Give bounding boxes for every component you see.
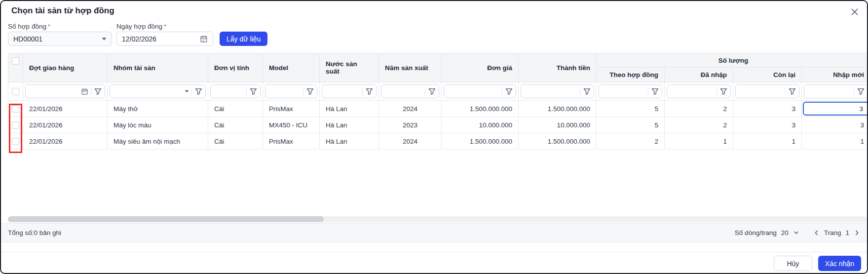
cell-nuoc-san-xuat: Hà Lan: [320, 117, 379, 133]
required-asterisk: *: [48, 23, 50, 30]
filter-input-don-vi-tinh[interactable]: [210, 84, 261, 98]
filter-input-nam-san-xuat[interactable]: [381, 84, 439, 98]
filter-cell-dot-giao-hang: [23, 82, 108, 100]
funnel-icon[interactable]: [362, 88, 373, 95]
filter-input-nuoc-san-xuat[interactable]: [322, 84, 377, 98]
cell-dot-giao-hang: 22/01/2026: [23, 101, 108, 117]
funnel-icon[interactable]: [717, 88, 727, 95]
cell-model: MX450 - ICU: [263, 117, 320, 133]
page-label: Trang: [824, 229, 841, 236]
calendar-icon[interactable]: [81, 88, 88, 95]
filter-cell-thanh-tien: [519, 82, 597, 100]
horizontal-scrollbar[interactable]: [8, 216, 867, 222]
col-header-nuoc-san-xuat: Nước sản suất: [320, 53, 379, 82]
col-header-don-vi-tinh: Đơn vị tính: [208, 53, 263, 82]
filter-row-checkbox[interactable]: [12, 88, 19, 95]
col-header-nam-san-xuat: Năm sản xuất: [379, 53, 442, 82]
funnel-icon[interactable]: [425, 88, 436, 95]
cell-da-nhap: 1: [665, 133, 733, 149]
cell-nam-san-xuat: 2024: [379, 101, 442, 117]
table-row: 22/01/2026Máy siêu âm nội mạchCáiPrisMax…: [8, 133, 867, 150]
filter-input-nhom-tai-san[interactable]: [110, 84, 206, 98]
cell-nhom-tai-san: Máy siêu âm nội mạch: [108, 133, 208, 149]
contract-date-label: Ngày hợp đồng*: [116, 23, 166, 30]
funnel-icon[interactable]: [191, 88, 202, 95]
caret-down-icon[interactable]: [185, 90, 189, 93]
filter-cell-nuoc-san-xuat: [320, 82, 379, 100]
funnel-icon[interactable]: [502, 88, 513, 95]
row-checkbox[interactable]: [12, 121, 19, 129]
chevron-right-icon[interactable]: [854, 230, 860, 236]
cell-nhom-tai-san: Máy lóc máu: [108, 117, 208, 133]
funnel-icon[interactable]: [854, 88, 865, 95]
row-checkbox-cell: [8, 117, 23, 133]
contract-number-select[interactable]: HD00001: [8, 32, 112, 46]
chevron-left-icon[interactable]: [813, 230, 820, 236]
cell-thanh-tien: 1.500.000.000: [519, 101, 597, 117]
fetch-data-button[interactable]: Lấy dữ liệu: [220, 32, 267, 46]
contract-date-input[interactable]: 12/02/2026: [116, 32, 213, 46]
calendar-icon: [200, 35, 208, 43]
filter-input-theo-hop-dong[interactable]: [599, 84, 662, 98]
select-assets-dialog: Chọn tài sản từ hợp đồng Số hợp đồng* HD…: [0, 0, 868, 274]
cell-don-gia: 10.000.000: [442, 117, 519, 133]
filter-input-dot-giao-hang[interactable]: [25, 84, 105, 98]
filter-checkbox-cell: [8, 82, 23, 100]
filter-input-nhap-moi[interactable]: [804, 84, 867, 98]
funnel-icon[interactable]: [91, 88, 102, 95]
filter-input-don-gia[interactable]: [444, 84, 516, 98]
cell-nhap-moi: 1: [802, 133, 867, 149]
col-header-thanh-tien: Thành tiền: [519, 53, 597, 82]
cancel-button[interactable]: Hủy: [774, 256, 812, 271]
nhap-moi-cell-input[interactable]: 3: [803, 102, 867, 116]
filter-input-thanh-tien[interactable]: [521, 84, 594, 98]
filter-cell-nhom-tai-san: [108, 82, 208, 100]
col-header-theo-hop-dong: Theo hợp đồng: [597, 68, 665, 82]
filter-input-da-nhap[interactable]: [667, 84, 731, 98]
row-checkbox[interactable]: [12, 105, 19, 113]
col-header-da-nhap: Đã nhập: [665, 68, 733, 82]
cell-con-lai: 1: [733, 133, 802, 149]
cell-con-lai: 3: [733, 101, 802, 117]
assets-table: Đợt giao hàngNhóm tài sảnĐơn vị tínhMode…: [8, 53, 867, 150]
page-number: 1: [845, 229, 849, 236]
confirm-button[interactable]: Xác nhận: [818, 256, 861, 271]
cell-dot-giao-hang: 22/01/2026: [23, 133, 108, 149]
filter-input-model[interactable]: [265, 84, 317, 98]
col-header-dot-giao-hang: Đợt giao hàng: [23, 53, 108, 82]
cell-nhom-tai-san: Máy thở: [108, 101, 208, 117]
funnel-icon[interactable]: [785, 88, 796, 95]
cell-nam-san-xuat: 2024: [379, 133, 442, 149]
select-all-cell: [8, 53, 23, 82]
chevron-down-icon[interactable]: [793, 230, 799, 236]
cell-don-gia: 1.500.000.000: [442, 101, 519, 117]
filter-input-con-lai[interactable]: [735, 84, 799, 98]
select-all-checkbox[interactable]: [12, 57, 19, 65]
scrollbar-thumb[interactable]: [8, 216, 324, 222]
funnel-icon[interactable]: [648, 88, 659, 95]
cell-con-lai: 3: [733, 117, 802, 133]
cell-nuoc-san-xuat: Hà Lan: [320, 133, 379, 149]
cell-dot-giao-hang: 22/01/2026: [23, 117, 108, 133]
filter-cell-nam-san-xuat: [379, 82, 442, 100]
cell-nuoc-san-xuat: Hà Lan: [320, 101, 379, 117]
page-size-value[interactable]: 20: [781, 229, 789, 236]
cell-model: PrisMax: [263, 133, 320, 149]
page-size-label: Số dòng/trang: [735, 229, 777, 236]
row-checkbox-cell: [8, 101, 23, 117]
contract-number-label: Số hợp đồng*: [8, 23, 50, 30]
row-checkbox-cell: [8, 133, 23, 149]
close-icon: [851, 8, 859, 16]
cell-don-vi-tinh: Cái: [208, 117, 263, 133]
funnel-icon[interactable]: [303, 88, 314, 95]
cell-nhap-moi: 3: [802, 101, 867, 117]
cell-don-vi-tinh: Cái: [208, 133, 263, 149]
funnel-icon[interactable]: [246, 88, 257, 95]
cell-thanh-tien: 10.000.000: [519, 117, 597, 133]
close-button[interactable]: [850, 7, 859, 16]
table-row: 22/01/2026Máy thởCáiPrisMaxHà Lan20241.5…: [8, 101, 867, 117]
table-row: 22/01/2026Máy lóc máuCáiMX450 - ICUHà La…: [8, 117, 867, 133]
funnel-icon[interactable]: [580, 88, 591, 95]
contract-date-value: 12/02/2026: [122, 35, 156, 43]
row-checkbox[interactable]: [12, 138, 19, 145]
